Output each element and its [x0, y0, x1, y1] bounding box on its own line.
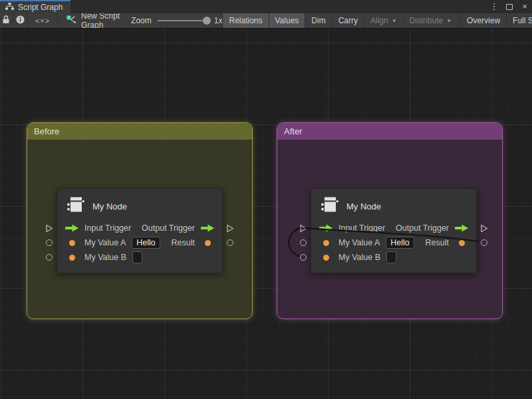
- unit-node-icon: [320, 196, 340, 217]
- info-button[interactable]: [13, 13, 28, 28]
- toggle-relations[interactable]: Relations: [222, 13, 268, 28]
- value-port-icon: [64, 240, 80, 246]
- info-icon: [16, 15, 25, 26]
- port-output-trigger[interactable]: Output Trigger: [396, 221, 469, 235]
- zoom-label: Zoom: [131, 16, 152, 25]
- graph-hierarchy-icon: [5, 3, 14, 12]
- external-trigger-port-left[interactable]: [45, 223, 54, 233]
- trigger-arrow-icon: [64, 224, 80, 232]
- value-port-icon: [454, 240, 469, 246]
- port-my-value-b[interactable]: My Value B: [64, 250, 160, 265]
- external-value-port-right[interactable]: [479, 238, 489, 247]
- value-port-icon: [64, 255, 80, 261]
- external-value-port-left[interactable]: [45, 253, 54, 262]
- zoom-slider-handle[interactable]: [203, 17, 211, 25]
- script-graph-icon: [66, 15, 76, 26]
- toggle-values[interactable]: Values: [269, 13, 305, 28]
- chevron-down-icon: ▼: [446, 18, 452, 24]
- lock-button[interactable]: [0, 13, 13, 28]
- external-value-port-right[interactable]: [225, 238, 235, 247]
- port-my-value-b[interactable]: My Value B: [318, 250, 414, 265]
- distribute-dropdown[interactable]: Distribute ▼: [403, 13, 458, 28]
- value-b-field[interactable]: [132, 251, 142, 263]
- port-result[interactable]: Result: [142, 235, 215, 250]
- code-preview-button[interactable]: <×>: [28, 13, 58, 28]
- port-output-trigger[interactable]: Output Trigger: [142, 221, 215, 235]
- value-port-icon: [200, 240, 215, 246]
- graph-canvas[interactable]: Before After My Nod: [0, 29, 532, 399]
- toggle-carry[interactable]: Carry: [332, 13, 364, 28]
- node-title: My Node: [92, 201, 127, 211]
- my-node-after[interactable]: My Node Input Trigger My Value A Hello M…: [311, 188, 477, 273]
- node-header: My Node: [66, 196, 127, 217]
- node-title: My Node: [346, 201, 381, 211]
- zoom-control: Zoom 1x: [131, 13, 222, 28]
- node-header: My Node: [320, 196, 381, 217]
- external-value-port-left[interactable]: [45, 238, 54, 247]
- align-dropdown[interactable]: Align ▼: [364, 13, 403, 28]
- graph-name-label: New Script Graph: [58, 13, 131, 28]
- group-after-header[interactable]: After: [277, 123, 502, 140]
- graph-toolbar: <×> New Script Graph Zoom 1x Relations: [0, 13, 532, 29]
- chevron-down-icon: ▼: [392, 18, 397, 24]
- trigger-arrow-icon: [318, 224, 334, 232]
- value-b-field[interactable]: [386, 251, 396, 263]
- zoom-value: 1x: [214, 16, 223, 25]
- zoom-slider[interactable]: [158, 20, 208, 21]
- maximize-icon[interactable]: [506, 4, 513, 10]
- lock-icon: [2, 15, 10, 26]
- tab-title: Script Graph: [18, 3, 63, 12]
- overview-button[interactable]: Overview: [460, 13, 506, 28]
- tab-script-graph[interactable]: Script Graph: [0, 0, 70, 13]
- external-value-port-left[interactable]: [299, 238, 308, 247]
- menu-dots-icon[interactable]: ⋮: [489, 0, 499, 13]
- group-before-header[interactable]: Before: [27, 123, 252, 140]
- external-trigger-port-right[interactable]: [479, 223, 489, 233]
- graph-name: New Script Graph: [81, 13, 122, 29]
- port-result[interactable]: Result: [396, 235, 469, 250]
- value-port-icon: [318, 240, 334, 246]
- close-icon[interactable]: ×: [520, 0, 529, 13]
- external-value-port-left[interactable]: [299, 253, 308, 262]
- external-trigger-port-left[interactable]: [299, 223, 308, 233]
- window-controls: ⋮ ×: [489, 0, 529, 13]
- fullscreen-button[interactable]: Full Scr: [506, 13, 532, 28]
- code-icon: <×>: [35, 17, 50, 25]
- trigger-arrow-icon: [200, 224, 215, 232]
- my-node-before[interactable]: My Node Input Trigger My Value A Hello M…: [57, 188, 223, 273]
- trigger-arrow-icon: [454, 224, 469, 232]
- script-graph-window: Script Graph ⋮ ×: [0, 0, 532, 399]
- value-port-icon: [318, 255, 334, 261]
- unit-node-icon: [66, 196, 86, 217]
- external-trigger-port-right[interactable]: [225, 223, 235, 233]
- toggle-dim[interactable]: Dim: [305, 13, 331, 28]
- tab-strip: Script Graph ⋮ ×: [0, 0, 532, 13]
